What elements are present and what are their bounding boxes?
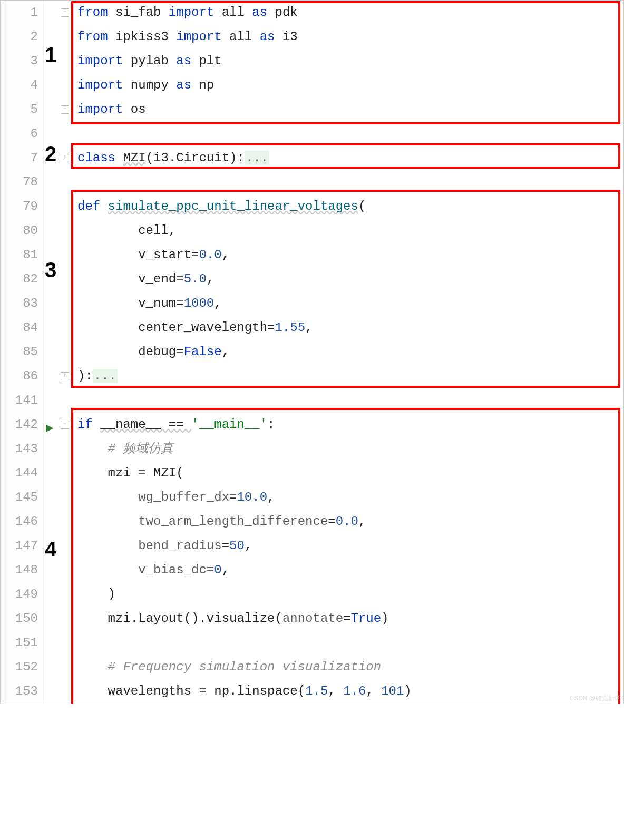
fold-expand-icon[interactable]: + bbox=[61, 372, 69, 380]
code-line[interactable]: cell, bbox=[77, 219, 623, 243]
watermark: CSDN @硅光新学 bbox=[569, 694, 621, 703]
line-number: 5 bbox=[6, 97, 43, 122]
code-line[interactable] bbox=[77, 170, 623, 194]
fold-collapse-icon[interactable]: − bbox=[61, 105, 69, 114]
code-line[interactable]: import pylab as plt bbox=[77, 49, 623, 73]
code-line[interactable]: def simulate_ppc_unit_linear_voltages( bbox=[77, 194, 623, 219]
code-line[interactable]: center_wavelength=1.55, bbox=[77, 316, 623, 340]
line-number: 85 bbox=[6, 340, 43, 364]
code-line[interactable] bbox=[77, 631, 623, 655]
run-main-icon[interactable]: ▶ bbox=[46, 420, 53, 435]
line-number: 81 bbox=[6, 243, 43, 267]
code-line[interactable]: two_arm_length_difference=0.0, bbox=[77, 510, 623, 534]
code-line[interactable]: ):... bbox=[77, 364, 623, 388]
annotation-label-2: 2 bbox=[45, 142, 56, 166]
code-line[interactable]: if __name__ == '__main__': bbox=[77, 413, 623, 437]
line-number: 142 bbox=[6, 413, 43, 437]
code-line[interactable]: v_num=1000, bbox=[77, 291, 623, 316]
code-line[interactable] bbox=[77, 388, 623, 413]
line-number: 80 bbox=[6, 219, 43, 243]
code-line[interactable]: mzi = MZI( bbox=[77, 461, 623, 485]
code-line[interactable]: # 频域仿真 bbox=[77, 437, 623, 461]
run-gutter: ▶ bbox=[44, 1, 60, 704]
line-number: 151 bbox=[6, 631, 43, 655]
annotation-label-3: 3 bbox=[45, 258, 56, 282]
line-number: 78 bbox=[6, 170, 43, 194]
code-line[interactable]: wg_buffer_dx=10.0, bbox=[77, 485, 623, 510]
line-number: 145 bbox=[6, 485, 43, 510]
annotation-label-4: 4 bbox=[45, 538, 56, 561]
line-number: 6 bbox=[6, 122, 43, 146]
code-line[interactable]: mzi.Layout().visualize(annotate=True) bbox=[77, 607, 623, 631]
line-number: 146 bbox=[6, 510, 43, 534]
line-number: 153 bbox=[6, 679, 43, 704]
code-line[interactable]: # Frequency simulation visualization bbox=[77, 655, 623, 679]
line-number: 4 bbox=[6, 73, 43, 97]
line-number: 3 bbox=[6, 49, 43, 73]
code-line[interactable]: import os bbox=[77, 97, 623, 122]
code-line[interactable]: v_start=0.0, bbox=[77, 243, 623, 267]
line-number: 7 bbox=[6, 146, 43, 170]
code-line[interactable]: debug=False, bbox=[77, 340, 623, 364]
line-number: 147 bbox=[6, 534, 43, 558]
fold-expand-icon[interactable]: + bbox=[61, 154, 69, 162]
line-number: 82 bbox=[6, 267, 43, 291]
line-number: 86 bbox=[6, 364, 43, 388]
annotation-label-1: 1 bbox=[45, 43, 56, 67]
folded-region[interactable]: ... bbox=[93, 369, 118, 383]
code-line[interactable]: import numpy as np bbox=[77, 73, 623, 97]
code-line[interactable]: ) bbox=[77, 582, 623, 607]
line-number: 2 bbox=[6, 25, 43, 49]
line-number: 1 bbox=[6, 1, 43, 25]
code-line[interactable]: from ipkiss3 import all as i3 bbox=[77, 25, 623, 49]
line-number: 150 bbox=[6, 607, 43, 631]
line-number: 143 bbox=[6, 437, 43, 461]
line-number: 141 bbox=[6, 388, 43, 413]
fold-collapse-icon[interactable]: − bbox=[61, 421, 69, 429]
fold-collapse-icon[interactable]: − bbox=[61, 8, 69, 17]
line-number-gutter: 1 2 3 4 5 6 7 78 79 80 81 82 83 84 85 86… bbox=[6, 1, 44, 704]
code-line[interactable] bbox=[77, 122, 623, 146]
line-number: 84 bbox=[6, 316, 43, 340]
line-number: 152 bbox=[6, 655, 43, 679]
code-area[interactable]: from si_fab import all as pdk from ipkis… bbox=[75, 1, 623, 704]
line-number: 148 bbox=[6, 558, 43, 582]
code-line[interactable]: v_bias_dc=0, bbox=[77, 558, 623, 582]
folded-region[interactable]: ... bbox=[245, 151, 269, 165]
line-number: 144 bbox=[6, 461, 43, 485]
code-line[interactable]: class MZI(i3.Circuit):... bbox=[77, 146, 623, 170]
code-editor[interactable]: 1 2 3 4 5 6 7 78 79 80 81 82 83 84 85 86… bbox=[0, 0, 624, 704]
code-line[interactable]: from si_fab import all as pdk bbox=[77, 1, 623, 25]
line-number: 83 bbox=[6, 291, 43, 316]
line-number: 79 bbox=[6, 194, 43, 219]
line-number: 149 bbox=[6, 582, 43, 607]
breakpoint-gutter[interactable] bbox=[1, 1, 6, 704]
code-line[interactable]: v_end=5.0, bbox=[77, 267, 623, 291]
code-line[interactable]: wavelengths = np.linspace(1.5, 1.6, 101) bbox=[77, 679, 623, 704]
code-line[interactable]: bend_radius=50, bbox=[77, 534, 623, 558]
fold-gutter: − − + + − bbox=[60, 1, 75, 704]
